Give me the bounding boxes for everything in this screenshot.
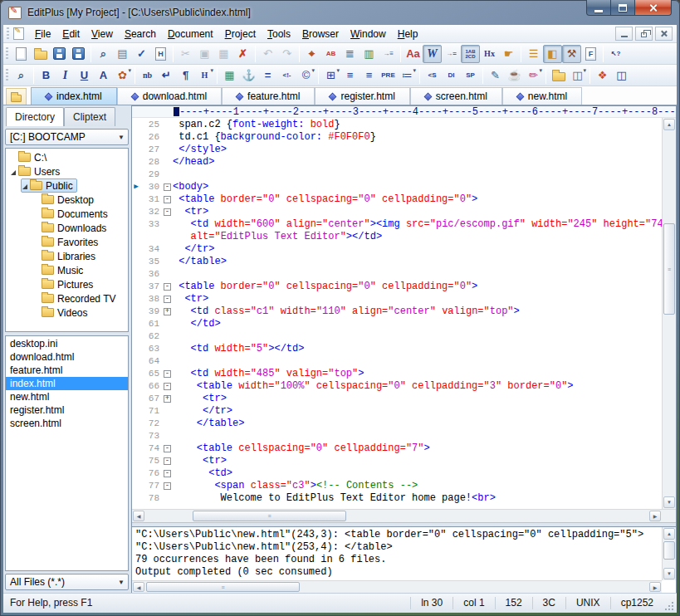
editor-vscroll-thumb[interactable]: ≡ — [663, 223, 675, 315]
file-list[interactable]: desktop.inidownload.htmlfeature.htmlinde… — [5, 335, 129, 571]
tree-item-music[interactable]: Music — [6, 263, 128, 277]
mdi-restore-button[interactable] — [635, 27, 653, 41]
toolbar1-grip[interactable] — [6, 47, 8, 61]
preformatted-button[interactable]: PRE — [379, 66, 398, 85]
context-help-button[interactable]: ↖? — [606, 45, 625, 63]
change-case-button[interactable]: Aa — [404, 45, 423, 63]
file-item-desktop-ini[interactable]: desktop.ini — [6, 337, 128, 350]
function-list-button[interactable]: F — [581, 45, 600, 63]
find-button[interactable]: ⌖ — [302, 45, 321, 63]
scroll-left-arrow[interactable]: ◀ — [133, 511, 144, 521]
tab-screen-html[interactable]: screen.html — [410, 87, 502, 105]
scroll-down-arrow[interactable]: ▼ — [663, 568, 675, 579]
window-layout-button[interactable]: ◫ — [612, 66, 631, 85]
new-file-button[interactable] — [12, 45, 31, 63]
image-button[interactable]: ▦ — [220, 66, 239, 85]
document-template-button[interactable]: ▥ — [360, 45, 379, 63]
non-breaking-space-button[interactable]: nb — [138, 66, 157, 85]
word-wrap-button[interactable]: W — [423, 45, 442, 63]
scroll-up-arrow[interactable]: ▲ — [663, 119, 675, 130]
mdi-close-button[interactable] — [655, 27, 673, 41]
font-button[interactable]: A — [94, 66, 113, 85]
split-window-button[interactable]: ◫ — [568, 66, 587, 85]
menu-document[interactable]: Document — [162, 26, 219, 42]
span-tag-button[interactable]: SP — [461, 66, 480, 85]
spell-check-button[interactable]: ✓ — [132, 45, 151, 63]
tree-item-pictures[interactable]: Pictures — [6, 277, 128, 291]
html-document-button[interactable]: H — [151, 45, 170, 63]
save-button[interactable] — [50, 45, 69, 63]
tree-item-downloads[interactable]: Downloads — [6, 221, 128, 235]
file-item-feature-html[interactable]: feature.html — [6, 364, 128, 377]
code-lines[interactable]: 25 span.c2 {font-weight: bold}26 td.c1 {… — [132, 119, 662, 509]
editor-horizontal-scrollbar[interactable]: ◀ ≡ ▶ — [132, 509, 676, 522]
file-item-screen-html[interactable]: screen.html — [6, 417, 128, 430]
mdi-minimize-button[interactable] — [615, 27, 633, 41]
delete-button[interactable]: ✗ — [233, 45, 252, 63]
fold-collapse-icon[interactable]: - — [164, 196, 171, 203]
italic-button[interactable]: I — [56, 66, 75, 85]
tree-item-users[interactable]: Users — [6, 164, 128, 178]
scroll-right-arrow[interactable]: ▶ — [649, 582, 661, 592]
open-file-button[interactable] — [31, 45, 50, 63]
menu-file[interactable]: File — [29, 26, 56, 42]
menu-edit[interactable]: Edit — [56, 26, 86, 42]
tab-new-html[interactable]: new.html — [502, 87, 582, 105]
output-horizontal-scrollbar[interactable]: ◀ ≡ ▶ — [132, 580, 662, 593]
menu-view[interactable]: View — [86, 26, 119, 42]
tree-item-videos[interactable]: Videos — [6, 306, 128, 320]
expander-icon[interactable] — [11, 170, 16, 175]
tree-item-favorites[interactable]: Favorites — [6, 235, 128, 249]
menu-search[interactable]: Search — [119, 26, 162, 42]
tab-download-html[interactable]: download.html — [117, 87, 222, 105]
menubar-grip[interactable] — [7, 27, 9, 41]
windows-logo-button[interactable]: ❖ — [593, 66, 612, 85]
fold-collapse-icon[interactable]: - — [164, 383, 171, 390]
replace-button[interactable]: AB — [321, 45, 340, 63]
fold-collapse-icon[interactable]: - — [164, 208, 171, 216]
menu-help[interactable]: Help — [392, 26, 424, 42]
minimize-button[interactable] — [586, 0, 611, 16]
fold-collapse-icon[interactable]: - — [164, 183, 171, 191]
tree-item-libraries[interactable]: Libraries — [6, 249, 128, 263]
editor-vertical-scrollbar[interactable]: ▲ ≡ ▼ — [662, 118, 676, 509]
close-button[interactable] — [634, 0, 672, 16]
output-window-button[interactable]: ⚒ — [562, 45, 581, 63]
menu-browser[interactable]: Browser — [296, 26, 345, 42]
editor-hscroll-thumb[interactable]: ≡ — [193, 511, 346, 521]
highlight-pens-button[interactable]: ✏ — [524, 66, 543, 85]
user-tool-cup-button[interactable]: ☕ — [505, 66, 524, 85]
expander-icon[interactable] — [22, 184, 27, 189]
heading-button[interactable]: H — [195, 66, 214, 85]
hex-view-button[interactable]: Hx — [480, 45, 499, 63]
tree-item-recorded-tv[interactable]: Recorded TV — [6, 291, 128, 306]
file-filter-combobox[interactable]: All Files (*.*) ▼ — [5, 574, 129, 590]
special-char-button[interactable]: © — [296, 66, 316, 85]
cliptext-window-button[interactable]: ◧ — [543, 45, 562, 63]
file-item-index-html[interactable]: index.html — [6, 377, 128, 390]
line-break-button[interactable]: ↵ — [157, 66, 176, 85]
goto-line-button[interactable]: →≡ — [379, 45, 398, 63]
output-vertical-scrollbar[interactable]: ▲ ▼ — [662, 527, 676, 580]
align-center-button[interactable]: ≡ — [360, 66, 379, 85]
fold-collapse-icon[interactable]: - — [164, 470, 171, 477]
browser-preview-button[interactable]: ⌕ — [12, 66, 31, 85]
file-item-download-html[interactable]: download.html — [6, 350, 128, 364]
resize-grip[interactable] — [663, 601, 675, 613]
print-button[interactable]: ▤ — [113, 45, 132, 63]
scroll-right-arrow[interactable]: ▶ — [649, 511, 661, 521]
sidebar-tab-directory[interactable]: Directory — [6, 107, 64, 126]
fold-collapse-icon[interactable]: - — [164, 296, 171, 303]
tree-item-public[interactable]: Public — [6, 178, 128, 193]
comment-button[interactable]: <!- — [277, 66, 296, 85]
line-numbers-button[interactable]: 1AB2CD — [461, 45, 480, 63]
fold-collapse-icon[interactable]: - — [164, 445, 171, 452]
table-button[interactable]: ⊞ — [321, 66, 340, 85]
fold-expand-icon[interactable]: + — [164, 395, 171, 403]
sync-directory-button[interactable] — [549, 66, 568, 85]
toolbar2-grip[interactable] — [6, 69, 8, 82]
menu-window[interactable]: Window — [345, 26, 392, 42]
align-left-button[interactable]: ≡ — [340, 66, 360, 85]
scroll-up-arrow[interactable]: ▲ — [663, 528, 675, 540]
fold-expand-icon[interactable]: + — [164, 308, 171, 315]
